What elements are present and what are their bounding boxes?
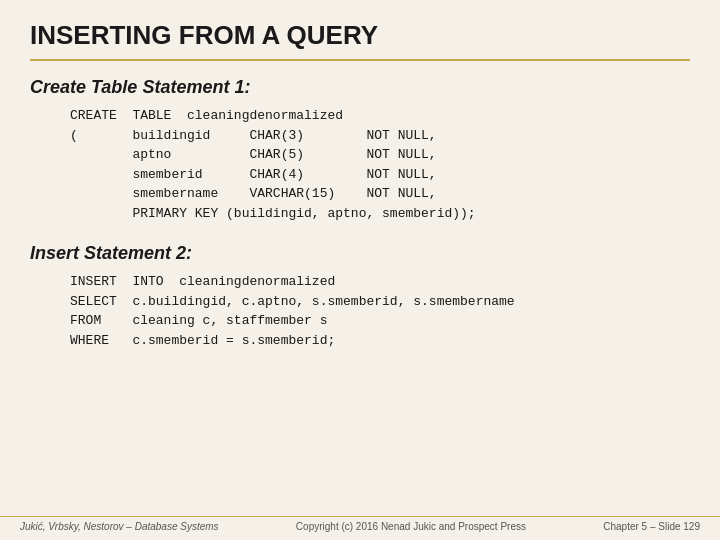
code-line-4: smemberid CHAR(4) NOT NULL, [70, 165, 690, 185]
footer-authors: Jukić, Vrbsky, Nestorov – Database Syste… [20, 521, 219, 532]
section1-code: CREATE TABLE cleaningdenormalized ( buil… [70, 106, 690, 223]
section1: Create Table Statement 1: CREATE TABLE c… [30, 77, 690, 223]
section2-code: INSERT INTO cleaningdenormalized SELECT … [70, 272, 690, 350]
slide-container: INSERTING FROM A QUERY Create Table Stat… [0, 0, 720, 540]
insert-line-3: FROM cleaning c, staffmember s [70, 311, 690, 331]
footer-chapter: Chapter 5 – Slide 129 [603, 521, 700, 532]
insert-line-2: SELECT c.buildingid, c.aptno, s.smemberi… [70, 292, 690, 312]
code-line-5: smembername VARCHAR(15) NOT NULL, [70, 184, 690, 204]
slide-title: INSERTING FROM A QUERY [30, 20, 690, 51]
section2: Insert Statement 2: INSERT INTO cleaning… [30, 243, 690, 350]
insert-line-4: WHERE c.smemberid = s.smemberid; [70, 331, 690, 351]
section2-heading: Insert Statement 2: [30, 243, 690, 264]
title-divider [30, 59, 690, 61]
code-line-2: ( buildingid CHAR(3) NOT NULL, [70, 126, 690, 146]
insert-line-1: INSERT INTO cleaningdenormalized [70, 272, 690, 292]
code-line-1: CREATE TABLE cleaningdenormalized [70, 106, 690, 126]
section1-heading: Create Table Statement 1: [30, 77, 690, 98]
code-line-6: PRIMARY KEY (buildingid, aptno, smemberi… [70, 204, 690, 224]
code-line-3: aptno CHAR(5) NOT NULL, [70, 145, 690, 165]
footer-copyright: Copyright (c) 2016 Nenad Jukic and Prosp… [296, 521, 526, 532]
slide-footer: Jukić, Vrbsky, Nestorov – Database Syste… [0, 516, 720, 532]
